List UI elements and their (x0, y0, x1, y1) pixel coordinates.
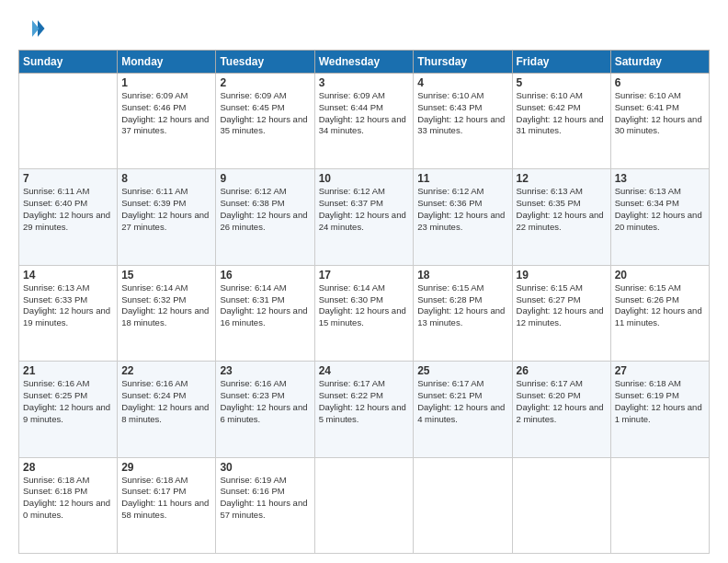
cell-info: Sunrise: 6:17 AMSunset: 6:21 PMDaylight:… (417, 378, 507, 425)
cell-info: Sunrise: 6:12 AMSunset: 6:38 PMDaylight:… (220, 186, 310, 233)
cell-day-number: 10 (319, 172, 410, 185)
cell-info: Sunrise: 6:15 AMSunset: 6:27 PMDaylight:… (517, 282, 607, 329)
cell-info: Sunrise: 6:09 AMSunset: 6:44 PMDaylight:… (319, 90, 410, 137)
calendar-cell (414, 457, 512, 553)
week-row-5: 28Sunrise: 6:18 AMSunset: 6:18 PMDayligh… (19, 457, 710, 553)
cell-day-number: 26 (517, 364, 607, 377)
cell-day-number: 15 (121, 269, 211, 282)
calendar-cell: 5Sunrise: 6:10 AMSunset: 6:42 PMDaylight… (512, 74, 610, 169)
cell-day-number: 23 (220, 364, 310, 377)
calendar-cell: 14Sunrise: 6:13 AMSunset: 6:33 PMDayligh… (19, 265, 118, 361)
week-row-4: 21Sunrise: 6:16 AMSunset: 6:25 PMDayligh… (19, 362, 710, 457)
calendar-cell: 2Sunrise: 6:09 AMSunset: 6:45 PMDaylight… (216, 74, 314, 169)
cell-day-number: 14 (23, 269, 113, 282)
cell-info: Sunrise: 6:15 AMSunset: 6:28 PMDaylight:… (417, 282, 507, 329)
calendar-cell: 17Sunrise: 6:14 AMSunset: 6:30 PMDayligh… (314, 265, 414, 361)
calendar-cell: 9Sunrise: 6:12 AMSunset: 6:38 PMDaylight… (216, 169, 314, 265)
calendar-cell (19, 74, 118, 169)
calendar-cell (610, 457, 709, 553)
calendar-cell: 28Sunrise: 6:18 AMSunset: 6:18 PMDayligh… (19, 457, 118, 553)
col-header-saturday: Saturday (610, 51, 709, 74)
cell-day-number: 25 (417, 364, 507, 377)
week-row-2: 7Sunrise: 6:11 AMSunset: 6:40 PMDaylight… (19, 169, 710, 265)
week-row-1: 1Sunrise: 6:09 AMSunset: 6:46 PMDaylight… (19, 74, 710, 169)
col-header-thursday: Thursday (414, 51, 512, 74)
cell-day-number: 27 (615, 364, 705, 377)
header (18, 15, 710, 42)
calendar-cell (512, 457, 610, 553)
cell-day-number: 7 (23, 172, 113, 185)
cell-info: Sunrise: 6:18 AMSunset: 6:18 PMDaylight:… (23, 475, 113, 522)
cell-day-number: 13 (615, 172, 705, 185)
week-row-3: 14Sunrise: 6:13 AMSunset: 6:33 PMDayligh… (19, 265, 710, 361)
cell-info: Sunrise: 6:12 AMSunset: 6:36 PMDaylight:… (417, 186, 507, 233)
calendar-cell: 8Sunrise: 6:11 AMSunset: 6:39 PMDaylight… (118, 169, 216, 265)
calendar-cell: 6Sunrise: 6:10 AMSunset: 6:41 PMDaylight… (610, 74, 709, 169)
calendar-cell: 20Sunrise: 6:15 AMSunset: 6:26 PMDayligh… (610, 265, 709, 361)
calendar: SundayMondayTuesdayWednesdayThursdayFrid… (18, 50, 710, 554)
calendar-cell: 4Sunrise: 6:10 AMSunset: 6:43 PMDaylight… (414, 74, 512, 169)
cell-day-number: 28 (23, 461, 113, 474)
calendar-cell: 22Sunrise: 6:16 AMSunset: 6:24 PMDayligh… (118, 362, 216, 457)
cell-day-number: 2 (220, 76, 310, 89)
page: SundayMondayTuesdayWednesdayThursdayFrid… (0, 0, 728, 563)
calendar-cell: 25Sunrise: 6:17 AMSunset: 6:21 PMDayligh… (414, 362, 512, 457)
cell-info: Sunrise: 6:16 AMSunset: 6:23 PMDaylight:… (220, 378, 310, 425)
cell-day-number: 11 (417, 172, 507, 185)
cell-day-number: 3 (319, 76, 410, 89)
cell-info: Sunrise: 6:18 AMSunset: 6:19 PMDaylight:… (615, 378, 705, 425)
cell-info: Sunrise: 6:09 AMSunset: 6:45 PMDaylight:… (220, 90, 310, 137)
logo-icon (18, 15, 46, 42)
cell-day-number: 5 (517, 76, 607, 89)
cell-info: Sunrise: 6:11 AMSunset: 6:40 PMDaylight:… (23, 186, 113, 233)
calendar-cell: 23Sunrise: 6:16 AMSunset: 6:23 PMDayligh… (216, 362, 314, 457)
cell-info: Sunrise: 6:15 AMSunset: 6:26 PMDaylight:… (615, 282, 705, 329)
calendar-cell: 30Sunrise: 6:19 AMSunset: 6:16 PMDayligh… (216, 457, 314, 553)
calendar-cell: 19Sunrise: 6:15 AMSunset: 6:27 PMDayligh… (512, 265, 610, 361)
cell-info: Sunrise: 6:11 AMSunset: 6:39 PMDaylight:… (121, 186, 211, 233)
col-header-wednesday: Wednesday (314, 51, 414, 74)
calendar-cell: 7Sunrise: 6:11 AMSunset: 6:40 PMDaylight… (19, 169, 118, 265)
logo (18, 15, 50, 42)
calendar-cell: 18Sunrise: 6:15 AMSunset: 6:28 PMDayligh… (414, 265, 512, 361)
cell-day-number: 4 (417, 76, 507, 89)
calendar-cell: 16Sunrise: 6:14 AMSunset: 6:31 PMDayligh… (216, 265, 314, 361)
cell-info: Sunrise: 6:10 AMSunset: 6:41 PMDaylight:… (615, 90, 705, 137)
calendar-cell: 27Sunrise: 6:18 AMSunset: 6:19 PMDayligh… (610, 362, 709, 457)
cell-info: Sunrise: 6:14 AMSunset: 6:32 PMDaylight:… (121, 282, 211, 329)
cell-info: Sunrise: 6:13 AMSunset: 6:33 PMDaylight:… (23, 282, 113, 329)
calendar-cell: 13Sunrise: 6:13 AMSunset: 6:34 PMDayligh… (610, 169, 709, 265)
calendar-cell (314, 457, 414, 553)
cell-day-number: 1 (121, 76, 211, 89)
cell-day-number: 18 (417, 269, 507, 282)
cell-day-number: 6 (615, 76, 705, 89)
cell-day-number: 24 (319, 364, 410, 377)
cell-day-number: 21 (23, 364, 113, 377)
calendar-header-row: SundayMondayTuesdayWednesdayThursdayFrid… (19, 51, 710, 74)
cell-day-number: 29 (121, 461, 211, 474)
calendar-cell: 11Sunrise: 6:12 AMSunset: 6:36 PMDayligh… (414, 169, 512, 265)
cell-info: Sunrise: 6:16 AMSunset: 6:24 PMDaylight:… (121, 378, 211, 425)
cell-info: Sunrise: 6:16 AMSunset: 6:25 PMDaylight:… (23, 378, 113, 425)
calendar-cell: 15Sunrise: 6:14 AMSunset: 6:32 PMDayligh… (118, 265, 216, 361)
cell-day-number: 30 (220, 461, 310, 474)
cell-info: Sunrise: 6:12 AMSunset: 6:37 PMDaylight:… (319, 186, 410, 233)
calendar-cell: 10Sunrise: 6:12 AMSunset: 6:37 PMDayligh… (314, 169, 414, 265)
col-header-sunday: Sunday (19, 51, 118, 74)
cell-day-number: 22 (121, 364, 211, 377)
cell-day-number: 8 (121, 172, 211, 185)
cell-info: Sunrise: 6:19 AMSunset: 6:16 PMDaylight:… (220, 475, 310, 522)
calendar-cell: 29Sunrise: 6:18 AMSunset: 6:17 PMDayligh… (118, 457, 216, 553)
calendar-cell: 24Sunrise: 6:17 AMSunset: 6:22 PMDayligh… (314, 362, 414, 457)
cell-day-number: 16 (220, 269, 310, 282)
calendar-cell: 26Sunrise: 6:17 AMSunset: 6:20 PMDayligh… (512, 362, 610, 457)
cell-info: Sunrise: 6:14 AMSunset: 6:31 PMDaylight:… (220, 282, 310, 329)
cell-info: Sunrise: 6:13 AMSunset: 6:35 PMDaylight:… (517, 186, 607, 233)
cell-info: Sunrise: 6:18 AMSunset: 6:17 PMDaylight:… (121, 475, 211, 522)
cell-day-number: 19 (517, 269, 607, 282)
cell-day-number: 20 (615, 269, 705, 282)
col-header-tuesday: Tuesday (216, 51, 314, 74)
cell-info: Sunrise: 6:17 AMSunset: 6:22 PMDaylight:… (319, 378, 410, 425)
cell-info: Sunrise: 6:10 AMSunset: 6:42 PMDaylight:… (517, 90, 607, 137)
col-header-friday: Friday (512, 51, 610, 74)
